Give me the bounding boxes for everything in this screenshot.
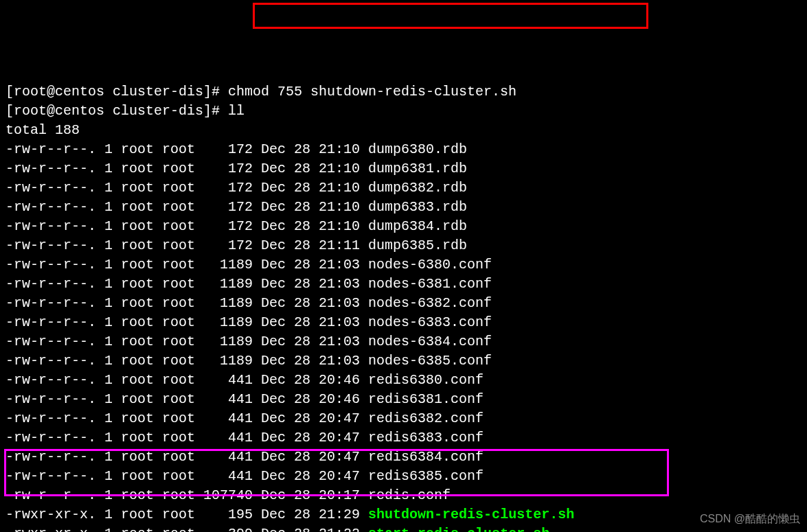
filename: redis6383.conf [368,430,484,446]
filename-exec: start-redis-cluster.sh [368,526,549,532]
filename: nodes-6382.conf [368,295,492,311]
filename: dump6385.rdb [368,238,467,253]
terminal-output[interactable]: [root@centos cluster-dis]# chmod 755 shu… [5,82,802,532]
list-row: -rw-r--r--. 1 root root 1189 Dec 28 21:0… [5,255,802,275]
filename: redis.conf [368,487,451,503]
list-row: -rw-r--r--. 1 root root 107740 Dec 28 20… [5,486,802,505]
list-row: -rw-r--r--. 1 root root 172 Dec 28 21:10… [5,178,802,198]
filename: redis6384.conf [368,449,484,465]
list-row: -rw-r--r--. 1 root root 441 Dec 28 20:46… [5,371,802,390]
filename: nodes-6380.conf [368,257,492,273]
filename: redis6381.conf [368,391,484,407]
list-row: -rw-r--r--. 1 root root 441 Dec 28 20:47… [5,409,802,428]
list-row: -rw-r--r--. 1 root root 172 Dec 28 21:10… [5,198,802,217]
list-row: -rw-r--r--. 1 root root 441 Dec 28 20:47… [5,448,802,467]
filename: dump6384.rdb [368,218,467,234]
list-row: -rw-r--r--. 1 root root 1189 Dec 28 21:0… [5,351,802,371]
filename: redis6385.conf [368,468,484,484]
list-row: -rw-r--r--. 1 root root 1189 Dec 28 21:0… [5,313,802,332]
filename: nodes-6384.conf [368,334,492,349]
filename: dump6380.rdb [368,141,467,157]
filename-exec: shutdown-redis-cluster.sh [368,507,574,522]
list-row: -rw-r--r--. 1 root root 172 Dec 28 21:10… [5,159,802,178]
list-row: -rw-r--r--. 1 root root 1189 Dec 28 21:0… [5,332,802,351]
list-row: -rw-r--r--. 1 root root 441 Dec 28 20:46… [5,390,802,409]
command-line-1: [root@centos cluster-dis]# chmod 755 shu… [5,82,802,102]
highlight-red-box [253,3,648,29]
list-row: -rw-r--r--. 1 root root 172 Dec 28 21:10… [5,140,802,159]
list-row: -rw-r--r--. 1 root root 1189 Dec 28 21:0… [5,275,802,294]
list-row: -rw-r--r--. 1 root root 172 Dec 28 21:10… [5,217,802,236]
filename: dump6381.rdb [368,161,467,176]
filename: nodes-6381.conf [368,276,492,292]
list-row: -rw-r--r--. 1 root root 441 Dec 28 20:47… [5,428,802,448]
list-row: -rw-r--r--. 1 root root 441 Dec 28 20:47… [5,467,802,486]
command-line-2: [root@centos cluster-dis]# ll [5,102,802,121]
filename: dump6383.rdb [368,199,467,215]
filename: nodes-6385.conf [368,353,492,369]
filename: nodes-6383.conf [368,314,492,330]
filename: dump6382.rdb [368,180,467,196]
filename: redis6380.conf [368,372,484,388]
list-row: -rw-r--r--. 1 root root 172 Dec 28 21:11… [5,236,802,255]
list-row: -rwxr-xr-x. 1 root root 399 Dec 28 21:22… [5,524,802,532]
total-line: total 188 [5,121,802,140]
list-row: -rw-r--r--. 1 root root 1189 Dec 28 21:0… [5,294,802,313]
watermark-text: CSDN @酷酷的懒虫 [700,511,800,527]
filename: redis6382.conf [368,410,484,426]
list-row: -rwxr-xr-x. 1 root root 195 Dec 28 21:29… [5,505,802,524]
